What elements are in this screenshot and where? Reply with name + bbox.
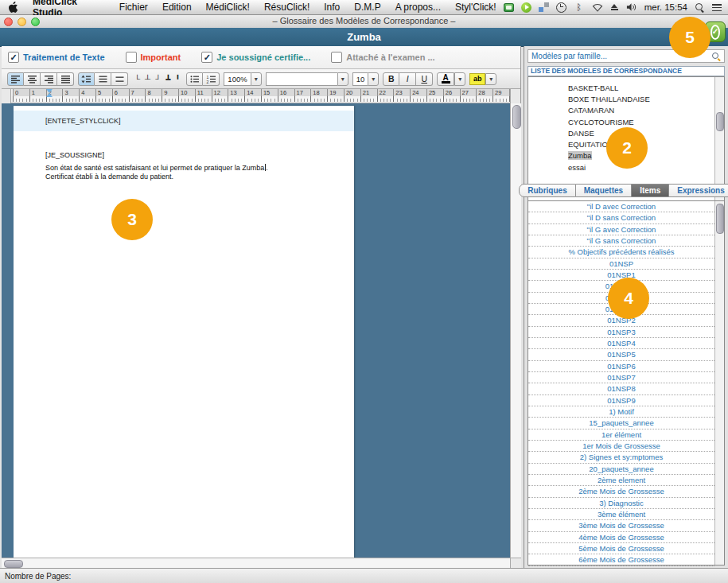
- eject-icon[interactable]: [610, 3, 619, 12]
- item-list-row[interactable]: 01NSP5: [528, 349, 714, 360]
- item-list-row[interactable]: 01NSP6: [528, 361, 714, 372]
- checkbox-icon: [331, 52, 342, 63]
- document-horizontal-scrollbar[interactable]: [2, 558, 510, 568]
- item-list-row[interactable]: "il D avec Correction: [528, 201, 714, 212]
- vertical-scroll-thumb[interactable]: [512, 105, 521, 129]
- item-list-row[interactable]: 6ème Mois de Grossesse: [528, 554, 714, 566]
- item-list-row[interactable]: 01NSP: [528, 258, 714, 270]
- menu-item[interactable]: Info: [317, 2, 347, 13]
- time-machine-icon[interactable]: [556, 2, 566, 13]
- menu-item[interactable]: A propos...: [388, 2, 448, 13]
- item-list-row[interactable]: 2ème Mois de Grossesse: [528, 486, 714, 497]
- tab-stop-center-icon[interactable]: ┴: [145, 75, 150, 84]
- item-list-row[interactable]: 20_paquets_annee: [528, 464, 714, 475]
- horizontal-scroll-thumb[interactable]: [4, 560, 23, 568]
- line-spacing-button[interactable]: [78, 72, 95, 86]
- model-list-item[interactable]: CATAMARAN: [528, 105, 714, 116]
- document-page[interactable]: [ENTETE_STYLCLICK] [JE_SOUSSIGNE] Son ét…: [14, 106, 354, 558]
- dmp-status-icon[interactable]: [504, 3, 514, 12]
- item-list-row[interactable]: 2ème element: [528, 475, 714, 486]
- displays-status-icon[interactable]: [539, 2, 549, 12]
- item-list-row[interactable]: 5ème Mois de Grossesse: [528, 543, 714, 554]
- item-list-row[interactable]: 01NSP3: [528, 327, 714, 338]
- bold-button[interactable]: B: [383, 72, 399, 86]
- align-left-button[interactable]: [7, 72, 24, 86]
- double-space-button[interactable]: [111, 72, 128, 86]
- font-size-value[interactable]: 10: [352, 72, 368, 86]
- align-right-button[interactable]: [41, 72, 57, 86]
- bluetooth-icon[interactable]: ᛒ: [574, 2, 585, 13]
- panel-tab[interactable]: Items: [632, 184, 669, 197]
- item-list-row[interactable]: 3ème élément: [528, 509, 714, 520]
- font-select: [266, 72, 348, 86]
- item-list-row[interactable]: 1) Motif: [528, 406, 714, 418]
- panel-tab[interactable]: Maquettes: [576, 184, 632, 197]
- item-list-row[interactable]: "il G avec Correction: [528, 224, 714, 235]
- wifi-icon[interactable]: [592, 2, 603, 13]
- items-scrollbar[interactable]: [714, 201, 724, 565]
- panel-tab[interactable]: Rubriques: [519, 184, 575, 197]
- tab-stop-right-icon[interactable]: ┘: [155, 75, 161, 84]
- item-list-row[interactable]: 01NSP7: [528, 372, 714, 383]
- numbered-list-button[interactable]: 12: [203, 72, 220, 86]
- model-list-item[interactable]: BOXE THAILLANDAISE: [528, 93, 714, 104]
- indent-marker[interactable]: [46, 89, 53, 93]
- item-list-row[interactable]: 2) Signes et sy:mptomes: [528, 452, 714, 463]
- items-scroll-thumb[interactable]: [716, 204, 724, 234]
- item-list-row[interactable]: 4ème Mois de Grossesse: [528, 532, 714, 543]
- ruler-number: 5: [95, 89, 112, 96]
- model-list-item[interactable]: BASKET-BALL: [528, 82, 714, 93]
- item-list-row[interactable]: % Objectifs précédents réalisés: [528, 247, 714, 258]
- document-vertical-scrollbar[interactable]: [510, 103, 521, 558]
- zoom-dropdown-arrow-icon[interactable]: [251, 72, 262, 86]
- highlight-button[interactable]: ab: [469, 73, 485, 85]
- spotlight-icon[interactable]: [695, 2, 705, 13]
- menu-item[interactable]: MédiClick!: [199, 2, 257, 13]
- search-icon[interactable]: [711, 52, 721, 61]
- flag-checkbox[interactable]: Important: [126, 52, 181, 63]
- item-list-row[interactable]: 01NSP4: [528, 338, 714, 349]
- italic-button[interactable]: I: [399, 72, 416, 86]
- menu-clock[interactable]: mer. 15:54: [644, 2, 687, 12]
- item-list-row[interactable]: "il G sans Correction: [528, 235, 714, 247]
- flag-checkbox[interactable]: Traitement de Texte: [8, 52, 105, 63]
- bullet-list-button[interactable]: [186, 72, 203, 86]
- models-scroll-thumb[interactable]: [716, 112, 724, 131]
- flag-checkbox[interactable]: Je soussigné certifie...: [201, 52, 310, 63]
- highlight-arrow-icon[interactable]: [485, 73, 496, 85]
- menu-item[interactable]: Fichier: [112, 2, 155, 13]
- play-status-icon[interactable]: [521, 2, 531, 13]
- font-value[interactable]: [266, 72, 337, 86]
- model-list-item[interactable]: CYCLOTOURISME: [528, 116, 714, 127]
- item-list-row[interactable]: 3ème Mois de Grossesse: [528, 520, 714, 531]
- align-justify-button[interactable]: [57, 72, 74, 86]
- ruler-number: 22: [377, 89, 394, 96]
- menu-item[interactable]: RésuClick!: [257, 2, 317, 13]
- font-dropdown-arrow-icon[interactable]: [337, 72, 348, 86]
- item-list-row[interactable]: 15_paquets_annee: [528, 418, 714, 429]
- tab-stop-bar-icon[interactable]: ╹: [175, 75, 180, 84]
- item-list-row[interactable]: 1er élément: [528, 429, 714, 441]
- menu-item[interactable]: Edition: [155, 2, 199, 13]
- font-color-arrow-icon[interactable]: [454, 72, 465, 86]
- item-list-row[interactable]: 01NSP8: [528, 383, 714, 394]
- item-list-row[interactable]: "il D sans Correction: [528, 212, 714, 223]
- panel-tab[interactable]: Expressions: [669, 184, 728, 197]
- flag-checkbox[interactable]: Attaché à l'examen ...: [331, 52, 434, 63]
- tab-stop-decimal-icon[interactable]: ┻: [165, 75, 170, 84]
- align-center-button[interactable]: [24, 72, 41, 86]
- menu-item[interactable]: Styl'Click!: [448, 2, 504, 13]
- single-space-button[interactable]: [95, 72, 111, 86]
- notification-list-icon[interactable]: [712, 4, 722, 11]
- item-list-row[interactable]: 3) Diagnostic: [528, 498, 714, 509]
- item-list-row[interactable]: 1er Mois de Grossesse: [528, 441, 714, 452]
- volume-icon[interactable]: [626, 2, 637, 13]
- zoom-value[interactable]: 100%: [224, 72, 250, 86]
- apple-menu-icon[interactable]: [8, 2, 18, 14]
- underline-button[interactable]: U: [416, 72, 433, 86]
- font-color-button[interactable]: A: [437, 72, 454, 86]
- item-list-row[interactable]: 01NSP9: [528, 395, 714, 406]
- menu-item[interactable]: D.M.P: [347, 2, 387, 13]
- font-size-dropdown-arrow-icon[interactable]: [368, 72, 379, 86]
- tab-stop-left-icon[interactable]: └: [134, 75, 140, 84]
